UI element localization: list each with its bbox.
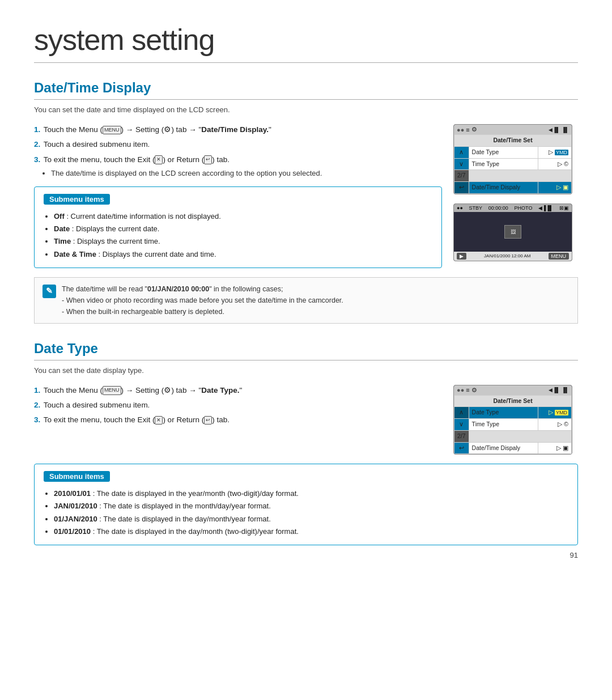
cam-thumbnail: 🖼 <box>504 225 521 239</box>
cam-oo-icon-2: ●● <box>457 205 463 211</box>
menu-icon: MENU <box>103 126 121 135</box>
cam-battery-icon: ▐▌ <box>562 127 569 133</box>
cam-signal-icon: ◀▐▌ <box>549 127 560 133</box>
step1-2: 2. Touch a desired submenu item. <box>34 139 442 150</box>
step1-1-num: 1. <box>34 125 40 134</box>
cam-menu-list-icon-2: ≡ <box>466 387 469 393</box>
page-number: 91 <box>34 551 578 559</box>
section1-submenu-items: Off : Current date/time information is n… <box>54 210 432 260</box>
section2-heading: Date Type <box>34 341 578 357</box>
section1-content: 1. Touch the Menu (MENU) → Setting (⚙) t… <box>34 124 578 268</box>
step1-3-num: 3. <box>34 155 40 164</box>
setting-icon: ⚙ <box>164 125 171 134</box>
cam-stby-label: STBY <box>469 205 483 211</box>
note-icon: ✎ <box>42 285 56 298</box>
cam-gear-icon: ⚙ <box>471 126 477 133</box>
cam-counter-spacer-2 <box>469 430 571 442</box>
submenu2-item-ymd: 2010/01/01 : The date is displayed in th… <box>54 487 568 500</box>
exit-icon: ✕ <box>155 155 163 164</box>
section1-screenshots: ●● ≡ ⚙ ◀▐▌ ▐▌ Date/Time Set ∧ Da <box>453 124 578 268</box>
note-line3: - When the built-in rechargeable battery… <box>62 308 224 316</box>
cam-battery-area: ◀▐▌ ▐▌ <box>549 127 569 133</box>
step2-3: 3. To exit the menu, touch the Exit (✕) … <box>34 414 442 426</box>
section1-description: You can set the date and time displayed … <box>34 105 578 114</box>
cam-signal-label: ◀▐▐▌ <box>538 205 553 211</box>
section2-submenu-title: Submenu items <box>44 471 110 482</box>
cam-timetype-value-2: ▷ © <box>538 419 572 431</box>
cam-topbar-icons-2: ●● ≡ ⚙ <box>457 387 477 394</box>
cam-datetype-value-2: ▷ YMD <box>538 407 572 419</box>
exit-icon-2: ✕ <box>155 416 163 425</box>
section1-heading: Date/Time Display <box>34 80 578 96</box>
note-line2: - When video or photo recording was made… <box>62 296 343 304</box>
cam-menu-header-row: Date/Time Set <box>454 135 572 147</box>
cam-play-button[interactable]: ▶ <box>457 253 466 260</box>
cam-signal-icon-2: ◀▐▌ <box>549 387 560 393</box>
cam-timetype-label: Time Type <box>469 158 538 170</box>
cam-menu-row-timetype: ∨ Time Type ▷ © <box>454 158 572 170</box>
cam-nav-return: ↩ <box>454 182 469 194</box>
cam-playback-screenshot: ●● STBY 00:00:00 PHOTO ◀▐▐▌ ⊠▣ 🖼 ▶ JAN/0… <box>453 203 572 261</box>
section1-steps-list: 1. Touch the Menu (MENU) → Setting (⚙) t… <box>34 124 442 179</box>
submenu2-item-mdy: JAN/01/2010 : The date is displayed in t… <box>54 500 568 512</box>
section2-submenu-items: 2010/01/01 : The date is displayed in th… <box>54 487 568 537</box>
cam-date-display: JAN/01/2000 12:00 AM <box>484 253 530 258</box>
section-date-type: Date Type You can set the date display t… <box>34 341 578 545</box>
page-title-divider <box>34 62 578 63</box>
cam-screenshot-1: ●● ≡ ⚙ ◀▐▌ ▐▌ Date/Time Set ∧ Da <box>453 124 572 194</box>
step2-1: 1. Touch the Menu (MENU) → Setting (⚙) t… <box>34 385 442 396</box>
cam-counter: 2/7 <box>454 170 469 182</box>
cam-battery-area-2: ◀▐▌ ▐▌ <box>549 387 569 393</box>
submenu-item-time: Time : Displays the current time. <box>54 235 432 248</box>
section2-description: You can set the date display type. <box>34 366 578 375</box>
cam-timetype-value: ▷ © <box>538 158 572 170</box>
cam-screenshot-2: ●● ≡ ⚙ ◀▐▌ ▐▌ Date/Time Set ∧ Da <box>453 385 572 455</box>
section2-submenu-box: Submenu items 2010/01/01 : The date is d… <box>34 464 578 545</box>
cam-nav-down-2: ∨ <box>454 419 469 431</box>
cam-menu-row-counter: 2/7 <box>454 170 572 182</box>
section2-content: 1. Touch the Menu (MENU) → Setting (⚙) t… <box>34 385 578 455</box>
return-icon-2: ↩ <box>204 416 212 425</box>
cam-datetype-label-2: Date Type <box>469 407 538 419</box>
menu-icon-2: MENU <box>103 386 121 395</box>
section1-submenu-title: Submenu items <box>44 194 110 205</box>
cam-time-label: 00:00:00 <box>488 205 508 211</box>
cam-extra-icons: ⊠▣ <box>559 205 569 211</box>
cam-oo-icon-3: ●● <box>457 387 464 393</box>
submenu-item-datetime: Date & Time : Displays the current date … <box>54 248 432 261</box>
step2-2: 2. Touch a desired submenu item. <box>34 400 442 411</box>
cam-menu-list-icon: ≡ <box>466 126 469 133</box>
cam-menu-button[interactable]: MENU <box>549 253 570 260</box>
step2-1-num: 1. <box>34 386 40 394</box>
submenu2-item-dmy: 01/JAN/2010 : The date is displayed in t… <box>54 513 568 525</box>
cam-battery-icon-2: ▐▌ <box>562 387 569 393</box>
section2-divider <box>34 360 578 360</box>
cam-photo-label: PHOTO <box>515 205 533 211</box>
step1-1: 1. Touch the Menu (MENU) → Setting (⚙) t… <box>34 124 442 135</box>
cam-timetype-label-2: Time Type <box>469 419 538 431</box>
section2-steps-list: 1. Touch the Menu (MENU) → Setting (⚙) t… <box>34 385 442 426</box>
step1-2-num: 2. <box>34 140 40 149</box>
cam-display-label-2: Date/Time Dispaly <box>469 442 538 454</box>
page-title: system setting <box>34 23 578 57</box>
cam-display-value-2: ▷ ▣ <box>538 442 572 454</box>
cam-nav-up: ∧ <box>454 146 469 158</box>
cam-menu-row-counter-2: 2/7 <box>454 430 572 442</box>
section1-note: ✎ The date/time will be read "01/JAN/201… <box>34 277 578 324</box>
cam-nav-down: ∨ <box>454 158 469 170</box>
cam-play-screen: 🖼 <box>454 212 572 252</box>
cam-menu-row-display-2: ↩ Date/Time Dispaly ▷ ▣ <box>454 442 572 454</box>
section1-submenu-box: Submenu items Off : Current date/time in… <box>34 186 442 268</box>
cam-menu-header: Date/Time Set <box>454 135 572 147</box>
return-icon: ↩ <box>204 155 212 164</box>
cam-menu-row-datetype: ∧ Date Type ▷ YMD <box>454 146 572 158</box>
section2-screenshots: ●● ≡ ⚙ ◀▐▌ ▐▌ Date/Time Set ∧ Da <box>453 385 578 455</box>
cam-menu-table-2: Date/Time Set ∧ Date Type ▷ YMD ∨ Time T… <box>454 395 572 455</box>
cam-datetype-value: ▷ YMD <box>538 146 572 158</box>
section1-steps-area: 1. Touch the Menu (MENU) → Setting (⚙) t… <box>34 124 442 268</box>
cam-topbar-icons-1: ●● ≡ ⚙ <box>457 126 477 133</box>
step2-1-target: Date Type. <box>201 386 239 394</box>
cam-thumb-icon: 🖼 <box>511 229 516 235</box>
note-line1: The date/time will be read "01/JAN/2010 … <box>62 285 283 293</box>
cam-menu-header-row-2: Date/Time Set <box>454 395 572 407</box>
